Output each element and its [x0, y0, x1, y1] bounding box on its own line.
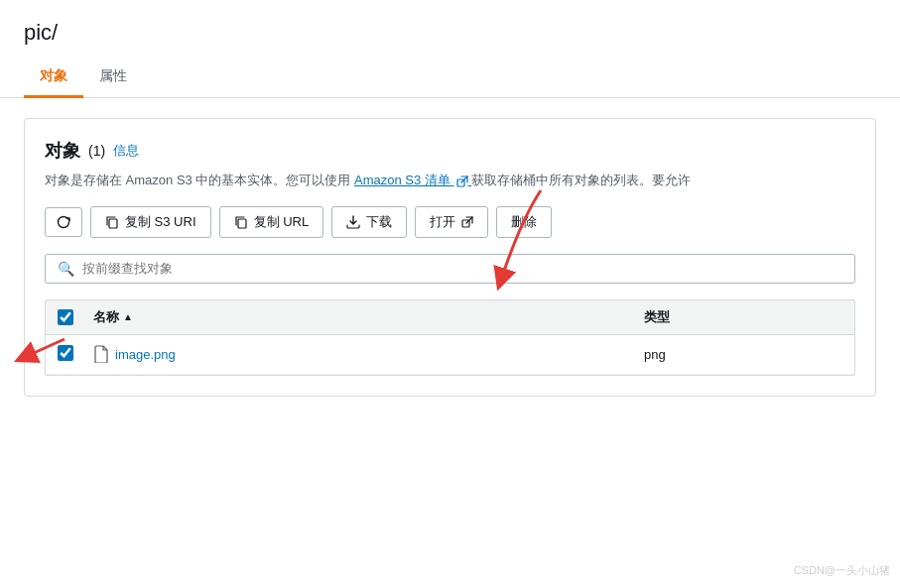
open-label: 打开 [430, 213, 455, 231]
copy-url-icon [234, 215, 248, 229]
download-button[interactable]: 下载 [331, 206, 407, 238]
copy-url-button[interactable]: 复制 URL [219, 206, 324, 238]
row-name-cell: image.png [93, 345, 644, 363]
copy-s3-uri-label: 复制 S3 URI [125, 213, 196, 231]
refresh-button[interactable] [45, 207, 82, 237]
tabs-bar: 对象 属性 [0, 58, 900, 98]
tab-objects[interactable]: 对象 [24, 58, 83, 98]
copy-icon [105, 215, 119, 229]
breadcrumb-path: pic/ [24, 12, 876, 58]
toolbar: 复制 S3 URI 复制 URL 下载 打开 [45, 206, 855, 238]
section-description: 对象是存储在 Amazon S3 中的基本实体。您可以使用 Amazon S3 … [45, 171, 855, 190]
file-link[interactable]: image.png [93, 345, 644, 363]
s3-inventory-link[interactable]: Amazon S3 清单 [354, 173, 471, 187]
search-icon: 🔍 [58, 261, 74, 277]
table-row: image.png png [46, 335, 854, 375]
row-checkbox[interactable] [58, 345, 73, 361]
select-all-checkbox[interactable] [58, 309, 73, 325]
objects-table: 名称 ▲ 类型 [45, 299, 855, 376]
download-icon [346, 215, 360, 229]
svg-rect-2 [238, 219, 246, 228]
section-count: (1) [88, 143, 105, 159]
copy-url-label: 复制 URL [254, 213, 310, 231]
open-button[interactable]: 打开 [415, 206, 488, 238]
search-input[interactable] [82, 261, 479, 276]
delete-button[interactable]: 删除 [496, 206, 552, 238]
download-label: 下载 [366, 213, 392, 231]
delete-label: 删除 [511, 213, 537, 231]
table-header: 名称 ▲ 类型 [46, 300, 854, 335]
annotation-arrow-download [442, 180, 561, 309]
external-link-icon [456, 176, 468, 187]
tab-properties[interactable]: 属性 [83, 58, 143, 98]
row-checkbox-cell [58, 345, 93, 364]
file-icon [93, 345, 109, 363]
row-type-cell: png [644, 347, 803, 362]
objects-section: 对象 (1) 信息 对象是存储在 Amazon S3 中的基本实体。您可以使用 … [24, 118, 876, 397]
svg-rect-1 [109, 219, 117, 228]
header-name-cell: 名称 ▲ [93, 308, 644, 326]
refresh-icon [56, 214, 71, 230]
search-bar: 🔍 [45, 254, 855, 284]
sort-icon: ▲ [123, 311, 133, 322]
header-type-cell: 类型 [644, 308, 803, 326]
section-title: 对象 [45, 139, 80, 163]
header-checkbox-cell [58, 309, 93, 325]
copy-s3-uri-button[interactable]: 复制 S3 URI [90, 206, 211, 238]
open-external-icon [461, 216, 473, 228]
section-header: 对象 (1) 信息 [45, 139, 855, 163]
info-link[interactable]: 信息 [113, 142, 139, 160]
